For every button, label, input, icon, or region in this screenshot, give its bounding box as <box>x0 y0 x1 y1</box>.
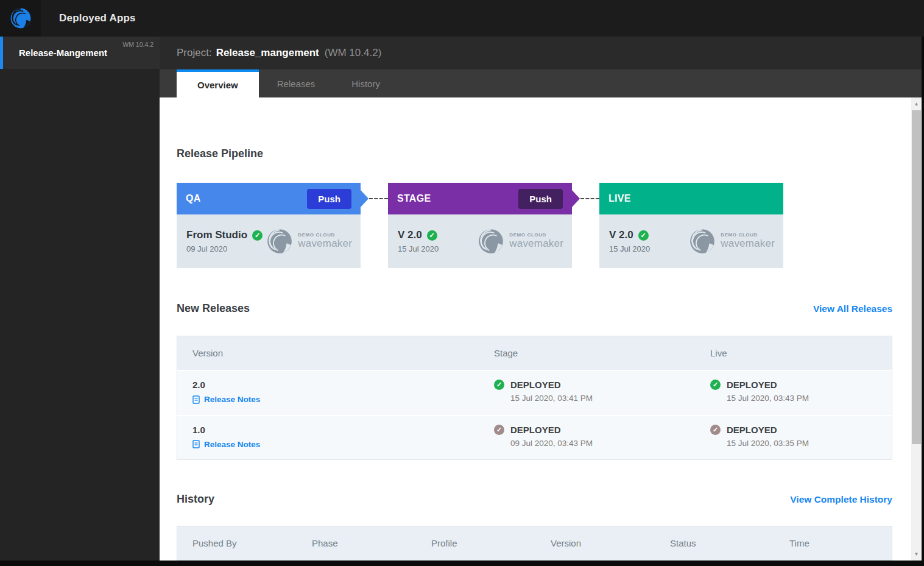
stage-status-cell: ✓ DEPLOYED 09 Jul 2020, 03:43 PM <box>494 425 710 451</box>
column-stage: Stage <box>494 348 710 358</box>
stage-push-button[interactable]: Push <box>518 189 563 209</box>
stage-version: V 2.0 <box>398 229 422 241</box>
release-pipeline: QA Push From Studio ✓ 09 Jul 2020 <box>177 183 892 268</box>
history-table-header: Pushed By Phase Profile Version Status T… <box>177 526 892 560</box>
project-label: Project: <box>177 47 212 59</box>
live-wavemaker-logo: DEMO CLOUD wavemaker <box>688 227 775 255</box>
new-releases-table: Version Stage Live 2.0 <box>177 336 892 460</box>
release-version: 1.0 <box>192 425 494 435</box>
project-header: Project: Release_mangement (WM 10.4.2) <box>160 37 922 69</box>
tab-overview[interactable]: Overview <box>177 69 259 97</box>
document-icon <box>192 395 200 404</box>
release-notes-link[interactable]: Release Notes <box>192 395 260 404</box>
stage-date: 15 Jul 2020 <box>398 244 439 253</box>
stage-status-cell: ✓ DEPLOYED 15 Jul 2020, 03:41 PM <box>494 380 710 406</box>
live-card-header: LIVE <box>599 183 783 214</box>
live-card-body: V 2.0 ✓ 15 Jul 2020 <box>599 214 783 268</box>
deployed-status: DEPLOYED <box>510 380 593 390</box>
history-table: Pushed By Phase Profile Version Status T… <box>177 526 892 561</box>
qa-wavemaker-logo: DEMO CLOUD wavemaker <box>266 227 352 255</box>
vertical-scrollbar[interactable]: ▲ ▼ <box>911 97 922 561</box>
scrollbar-thumb[interactable] <box>912 110 921 444</box>
column-version: Version <box>192 348 494 358</box>
column-time: Time <box>789 538 892 548</box>
deployed-status: DEPLOYED <box>727 425 809 435</box>
release-version: 2.0 <box>192 380 494 390</box>
logo-wavemaker-label: wavemaker <box>509 238 563 250</box>
wavemaker-logo-icon <box>9 7 32 30</box>
qa-stage-name: QA <box>186 193 201 204</box>
live-date: 15 Jul 2020 <box>609 244 650 253</box>
top-bar: Deployed Apps <box>0 0 924 37</box>
qa-check-icon: ✓ <box>252 230 263 241</box>
new-releases-title: New Releases <box>177 302 250 315</box>
sidebar-item-label: Release-Mangement <box>19 48 107 58</box>
release-notes-link[interactable]: Release Notes <box>192 440 260 449</box>
bottom-edge <box>0 561 924 566</box>
deployed-check-icon: ✓ <box>710 380 721 390</box>
sidebar: Release-Mangement WM 10.4.2 <box>0 37 160 561</box>
project-name: Release_mangement <box>216 47 319 59</box>
column-profile: Profile <box>431 538 551 548</box>
live-status-cell: ✓ DEPLOYED 15 Jul 2020, 03:35 PM <box>710 425 892 451</box>
stage-card-header: STAGE Push <box>388 183 572 214</box>
deployed-time: 15 Jul 2020, 03:43 PM <box>727 394 809 403</box>
release-pipeline-title: Release Pipeline <box>177 147 892 160</box>
stage-stage-name: STAGE <box>397 193 431 204</box>
deployed-time: 15 Jul 2020, 03:41 PM <box>510 394 593 403</box>
view-complete-history-link[interactable]: View Complete History <box>790 494 892 505</box>
wavemaker-wave-icon <box>688 227 716 255</box>
overview-content: Release Pipeline QA Push From Studio <box>160 97 922 561</box>
qa-date: 09 Jul 2020 <box>186 244 263 253</box>
deployed-time: 09 Jul 2020, 03:43 PM <box>510 439 593 448</box>
qa-card-header: QA Push <box>177 183 361 214</box>
deployed-time: 15 Jul 2020, 03:35 PM <box>727 439 809 448</box>
new-releases-table-header: Version Stage Live <box>177 336 892 370</box>
history-title: History <box>177 493 214 506</box>
scrollbar-down-arrow-icon[interactable]: ▼ <box>911 549 922 559</box>
view-all-releases-link[interactable]: View All Releases <box>813 303 892 314</box>
stage-card-body: V 2.0 ✓ 15 Jul 2020 <box>388 214 572 268</box>
logo-wavemaker-label: wavemaker <box>298 238 352 250</box>
live-version: V 2.0 <box>609 229 633 241</box>
release-row-2-0: 2.0 Release Notes ✓ <box>177 370 892 415</box>
release-row-1-0: 1.0 Release Notes ✓ <box>177 415 892 460</box>
pipeline-card-live: LIVE V 2.0 ✓ 15 Jul 2020 <box>599 183 783 268</box>
live-check-icon: ✓ <box>638 230 649 241</box>
deployed-status: DEPLOYED <box>510 425 593 435</box>
document-icon <box>192 440 200 448</box>
deployed-check-icon: ✓ <box>494 425 504 435</box>
deployed-check-icon: ✓ <box>710 425 721 435</box>
project-version: (WM 10.4.2) <box>325 47 382 59</box>
main-panel: Project: Release_mangement (WM 10.4.2) O… <box>160 37 924 561</box>
column-version: Version <box>551 538 670 548</box>
qa-version: From Studio <box>186 229 247 241</box>
qa-card-body: From Studio ✓ 09 Jul 2020 <box>177 214 361 268</box>
column-phase: Phase <box>312 538 431 548</box>
qa-push-button[interactable]: Push <box>307 189 351 209</box>
tab-bar: Overview Releases History <box>160 69 922 97</box>
scrollbar-up-arrow-icon[interactable]: ▲ <box>911 99 922 109</box>
logo-wavemaker-label: wavemaker <box>721 238 775 250</box>
deployed-check-icon: ✓ <box>494 380 504 390</box>
column-status: Status <box>670 538 789 548</box>
wavemaker-wave-icon <box>477 227 505 255</box>
deployed-status: DEPLOYED <box>727 380 809 390</box>
tab-history[interactable]: History <box>333 69 398 97</box>
stage-check-icon: ✓ <box>427 230 437 241</box>
app-window: Deployed Apps Release-Mangement WM 10.4.… <box>0 0 924 566</box>
pipeline-card-stage: STAGE Push V 2.0 ✓ 15 Jul 2020 <box>388 183 572 268</box>
app-title: Deployed Apps <box>41 0 136 37</box>
sidebar-item-release-management[interactable]: Release-Mangement WM 10.4.2 <box>0 37 160 69</box>
live-stage-name: LIVE <box>608 193 631 204</box>
live-status-cell: ✓ DEPLOYED 15 Jul 2020, 03:43 PM <box>710 380 892 406</box>
column-pushed-by: Pushed By <box>192 538 312 548</box>
stage-wavemaker-logo: DEMO CLOUD wavemaker <box>477 227 563 255</box>
tab-releases[interactable]: Releases <box>259 69 334 97</box>
pipeline-card-qa: QA Push From Studio ✓ 09 Jul 2020 <box>177 183 361 268</box>
column-live: Live <box>710 348 892 358</box>
wavemaker-wave-icon <box>266 227 294 255</box>
sidebar-item-version: WM 10.4.2 <box>122 41 153 48</box>
wavemaker-logo-box[interactable] <box>0 0 41 37</box>
